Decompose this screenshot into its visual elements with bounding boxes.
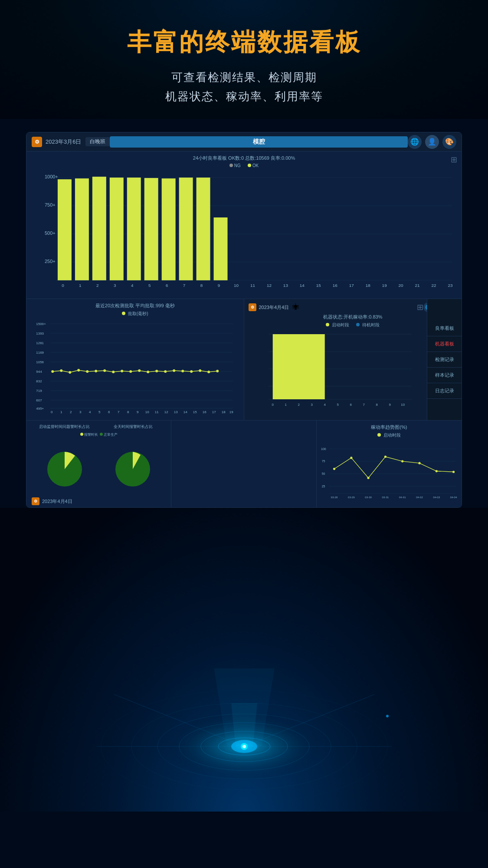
svg-text:0: 0 bbox=[62, 283, 64, 288]
svg-text:1000+: 1000+ bbox=[45, 174, 58, 179]
spider-icon: 🕷 bbox=[292, 303, 299, 311]
svg-text:23: 23 bbox=[448, 283, 453, 288]
svg-text:04-01: 04-01 bbox=[399, 496, 406, 499]
svg-text:7: 7 bbox=[118, 410, 120, 414]
menu-item-machine[interactable]: 机器看板 bbox=[427, 336, 462, 352]
svg-rect-10 bbox=[75, 178, 89, 280]
svg-text:6: 6 bbox=[350, 403, 352, 407]
svg-text:1500+: 1500+ bbox=[36, 322, 46, 326]
svg-text:4: 4 bbox=[131, 283, 134, 288]
svg-point-134 bbox=[384, 456, 386, 458]
panel2b-logo: ⚙ bbox=[249, 303, 256, 311]
menu-item-sample[interactable]: 样本记录 bbox=[427, 368, 462, 383]
trend-svg: 100 75 50 25 bbox=[321, 440, 457, 505]
svg-point-131 bbox=[333, 468, 335, 470]
svg-text:750+: 750+ bbox=[45, 202, 56, 207]
panel2b-legend: 启动时段 待机时段 bbox=[249, 322, 458, 328]
menu-item-yield[interactable]: 良率看板 bbox=[427, 321, 462, 336]
svg-point-136 bbox=[418, 462, 420, 464]
svg-text:18: 18 bbox=[222, 410, 226, 414]
dashboard-topbar: ⚙ 2023年3月6日 白晚班 模腔 🌐 👤 🎨 bbox=[26, 132, 462, 151]
svg-rect-13 bbox=[127, 178, 141, 280]
svg-text:75: 75 bbox=[321, 460, 325, 463]
machine-status-panel: ⚙ 2023年4月4日 🕷 🌐 👤 🎨 机器状态:开机稼动率:0.83% 启动时… bbox=[244, 299, 462, 420]
menu-item-detect[interactable]: 检测记录 bbox=[427, 352, 462, 368]
svg-text:4: 4 bbox=[89, 410, 91, 414]
svg-text:11: 11 bbox=[155, 410, 159, 414]
svg-text:13: 13 bbox=[174, 410, 178, 414]
svg-text:8: 8 bbox=[376, 403, 378, 407]
row2: 最近20次检测批取 平均批取:999 毫秒 批取(毫秒) 1500+ 1393 … bbox=[26, 299, 462, 421]
grid-view-icon[interactable]: ⊞ bbox=[451, 155, 457, 164]
svg-point-66 bbox=[77, 369, 80, 372]
panel1-legend: NG OK bbox=[32, 163, 456, 168]
svg-rect-12 bbox=[110, 178, 124, 280]
panel2b-date: 2023年4月4日 bbox=[259, 304, 289, 311]
svg-text:1: 1 bbox=[79, 283, 82, 288]
svg-text:9: 9 bbox=[389, 403, 391, 407]
svg-point-75 bbox=[155, 370, 158, 372]
svg-point-162 bbox=[242, 745, 246, 748]
menu-item-log[interactable]: 日志记录 bbox=[427, 383, 462, 399]
svg-text:5: 5 bbox=[148, 283, 151, 288]
svg-text:100: 100 bbox=[321, 447, 326, 450]
logo-icon: ⚙ bbox=[32, 137, 42, 147]
mode-button[interactable]: 模腔 bbox=[110, 136, 408, 148]
svg-point-76 bbox=[164, 370, 167, 373]
palette-icon[interactable]: 🎨 bbox=[442, 135, 456, 149]
svg-text:17: 17 bbox=[349, 283, 354, 288]
svg-text:250+: 250+ bbox=[45, 259, 56, 264]
svg-text:1393: 1393 bbox=[36, 332, 44, 335]
status-bar-svg: 0 1 2 3 4 5 6 7 8 9 10 bbox=[249, 330, 423, 412]
svg-point-80 bbox=[199, 369, 201, 372]
svg-point-163 bbox=[386, 715, 389, 717]
grid-view-icon2[interactable]: ⊞ bbox=[417, 302, 423, 312]
svg-text:20: 20 bbox=[399, 283, 404, 288]
svg-text:15: 15 bbox=[193, 410, 197, 414]
svg-text:2: 2 bbox=[298, 403, 300, 407]
svg-text:21: 21 bbox=[415, 283, 420, 288]
panel3b-empty bbox=[171, 421, 316, 508]
user-icon[interactable]: 👤 bbox=[425, 135, 439, 149]
svg-point-78 bbox=[181, 370, 184, 372]
ng-legend: NG bbox=[229, 163, 241, 168]
shift-badge: 白晚班 bbox=[85, 137, 110, 146]
globe-icon[interactable]: 🌐 bbox=[408, 135, 422, 149]
svg-rect-9 bbox=[58, 179, 72, 280]
pie-legend: 报警时长 正常生产 bbox=[31, 432, 167, 437]
svg-point-67 bbox=[86, 370, 88, 373]
svg-rect-18 bbox=[214, 217, 228, 280]
pie-container bbox=[31, 439, 167, 495]
svg-text:10: 10 bbox=[234, 283, 239, 288]
panel2a-legend: 批取(毫秒) bbox=[31, 311, 239, 317]
panel3a-logo: ⚙ bbox=[32, 497, 39, 505]
svg-text:0: 0 bbox=[272, 403, 274, 407]
panel3a-title1: 启动监督时间问题警时长占比 bbox=[31, 424, 98, 430]
svg-text:03-28: 03-28 bbox=[331, 496, 337, 499]
bottom-section bbox=[0, 508, 488, 812]
svg-text:6: 6 bbox=[108, 410, 110, 414]
trend-chart-panel: 稼动率趋势图(%) 启动时段 100 75 50 25 bbox=[317, 421, 462, 508]
row3: 启动监督时间问题警时长占比 全天时间报警时长占比 报警时长 正常生产 bbox=[26, 421, 462, 507]
line-chart-svg: 1500+ 1393 1281 1169 1056 944 832 719 60… bbox=[31, 319, 239, 414]
hero-section: 丰富的终端数据看板 可查看检测结果、检测周期 机器状态、稼动率、利用率等 bbox=[0, 0, 488, 119]
topbar-icons: 🌐 👤 🎨 bbox=[408, 135, 456, 149]
svg-text:04-04: 04-04 bbox=[450, 496, 457, 499]
svg-text:1281: 1281 bbox=[36, 341, 44, 345]
svg-point-81 bbox=[207, 371, 210, 373]
svg-point-72 bbox=[129, 370, 132, 373]
sub-title-line2: 机器状态、稼动率、利用率等 bbox=[0, 87, 488, 106]
svg-point-71 bbox=[121, 370, 123, 372]
svg-text:944: 944 bbox=[36, 370, 42, 374]
panel3c-legend: 启动时段 bbox=[321, 432, 457, 438]
svg-text:11: 11 bbox=[250, 283, 255, 288]
svg-point-68 bbox=[95, 370, 97, 372]
svg-text:04-02: 04-02 bbox=[416, 496, 423, 499]
panel1-title: 24小时良率看板 OK数:0 总数:10569 良率:0.00% bbox=[32, 155, 456, 161]
svg-text:9: 9 bbox=[218, 283, 220, 288]
svg-text:2: 2 bbox=[70, 410, 72, 414]
idle-legend: 待机时段 bbox=[356, 322, 380, 328]
panel2a-title: 最近20次检测批取 平均批取:999 毫秒 bbox=[31, 302, 239, 309]
svg-text:7: 7 bbox=[183, 283, 186, 288]
svg-text:0: 0 bbox=[51, 410, 53, 414]
